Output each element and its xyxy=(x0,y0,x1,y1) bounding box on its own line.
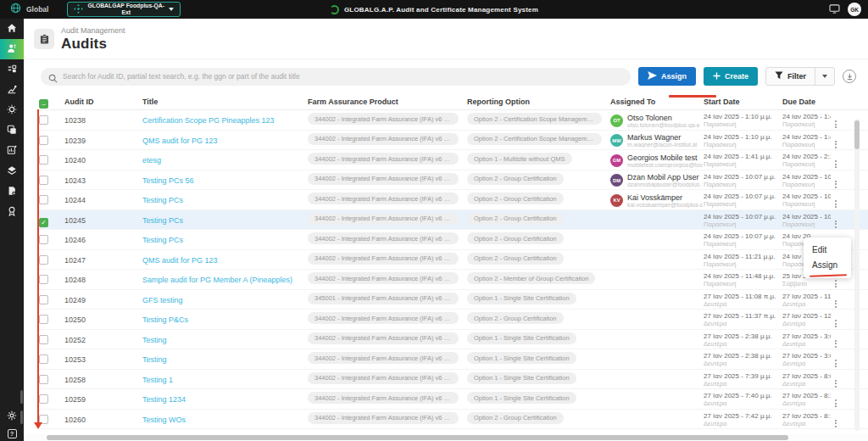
sidebar-item-documents[interactable] xyxy=(0,181,24,202)
table-row[interactable]: 10238 Certification Scope PG Pineapples … xyxy=(39,110,868,131)
table-row[interactable]: 10239 QMS audit for PG 123 344002 - Inte… xyxy=(39,131,868,151)
sidebar-item-home[interactable] xyxy=(0,19,24,39)
sidebar-item-audits[interactable] xyxy=(0,39,24,59)
audit-title-link[interactable]: Testing PCs xyxy=(142,216,308,225)
row-menu-button[interactable] xyxy=(831,198,841,210)
audit-title-link[interactable]: Certification Scope PG Pineapples 123 xyxy=(142,116,308,125)
horizontal-scrollbar[interactable] xyxy=(24,434,868,441)
row-menu-button[interactable] xyxy=(831,158,841,170)
row-checkbox[interactable] xyxy=(39,255,48,265)
context-menu-assign[interactable]: Assign xyxy=(804,257,851,272)
row-menu-button[interactable] xyxy=(831,317,841,330)
sidebar-item-settings-sync[interactable] xyxy=(0,100,24,120)
row-checkbox[interactable] xyxy=(39,375,48,384)
audit-title-link[interactable]: Testing P&Cs xyxy=(142,315,308,324)
audit-title-link[interactable]: GFS testing xyxy=(142,296,308,304)
row-checkbox[interactable] xyxy=(39,315,48,324)
column-header-due[interactable]: Due Date xyxy=(782,98,831,106)
context-menu-edit[interactable]: Edit xyxy=(804,242,851,257)
column-header-start[interactable]: Start Date xyxy=(704,98,782,106)
column-header-audit-id[interactable]: Audit ID xyxy=(64,98,142,106)
gear-icon[interactable] xyxy=(7,409,17,424)
user-avatar[interactable]: GK xyxy=(848,3,861,16)
audit-title-link[interactable]: Sample audit for PG Member A (Pineapples… xyxy=(142,276,308,284)
table-row[interactable]: 10244 Testing PCs 344002 - Integrated Fa… xyxy=(39,190,868,210)
send-icon xyxy=(648,71,657,81)
filter-dropdown-button[interactable] xyxy=(815,68,834,85)
org-selector[interactable]: GLOBALGAP Foodplus-QA-Ext xyxy=(67,2,181,17)
row-menu-button[interactable] xyxy=(831,417,841,430)
row-menu-button[interactable] xyxy=(831,377,841,390)
table-row[interactable]: 10248 Sample audit for PG Member A (Pine… xyxy=(39,270,868,290)
table-row[interactable]: 10258 Testing 1 344002 - Integrated Farm… xyxy=(39,370,868,390)
audit-title-link[interactable]: Testing 1234 xyxy=(142,395,308,404)
table-header: – Audit ID Title Farm Assurance Product … xyxy=(39,93,868,110)
row-checkbox[interactable] xyxy=(39,155,48,165)
toolbar: Assign Create Filter xyxy=(24,67,868,86)
row-checkbox[interactable] xyxy=(39,335,48,344)
export-button[interactable] xyxy=(843,70,856,83)
row-checkbox[interactable] xyxy=(39,394,48,404)
vertical-scrollbar[interactable] xyxy=(854,119,860,431)
table-row[interactable]: 10240 etesg 344002 - Integrated Farm Ass… xyxy=(39,150,868,170)
row-checkbox[interactable]: ✓ xyxy=(39,218,48,227)
table-row[interactable]: 10253 Testing 344002 - Integrated Farm A… xyxy=(39,349,868,370)
row-menu-button[interactable] xyxy=(831,138,841,151)
audit-id: 10243 xyxy=(64,176,142,185)
row-checkbox[interactable] xyxy=(39,354,48,364)
row-menu-button[interactable] xyxy=(831,178,841,191)
create-button[interactable]: Create xyxy=(704,67,758,86)
row-menu-button[interactable] xyxy=(831,277,841,290)
table-row[interactable]: 10247 QMS audit for PG 123 344002 - Inte… xyxy=(39,250,868,271)
audit-title-link[interactable]: Testing PCs xyxy=(142,196,308,204)
row-checkbox[interactable] xyxy=(39,115,48,125)
audit-title-link[interactable]: etesg xyxy=(142,156,308,165)
table-row[interactable]: 10252 Testing 344002 - Integrated Farm A… xyxy=(39,330,868,350)
sidebar-item-workflow[interactable] xyxy=(0,59,24,80)
table-row[interactable]: 10260 Testing WOs 344002 - Integrated Fa… xyxy=(39,410,868,430)
row-menu-button[interactable] xyxy=(831,397,841,410)
audit-title-link[interactable]: Testing xyxy=(142,355,308,364)
assign-button[interactable]: Assign xyxy=(638,67,696,86)
search-input[interactable] xyxy=(41,68,631,86)
sidebar-item-inspection[interactable] xyxy=(0,80,24,100)
row-checkbox[interactable] xyxy=(39,275,48,284)
audit-title-link[interactable]: Testing PCs xyxy=(142,236,308,244)
row-menu-button[interactable] xyxy=(831,118,841,131)
column-header-reporting[interactable]: Reporting Option xyxy=(467,98,610,106)
vertical-scrollbar-thumb[interactable] xyxy=(854,120,860,149)
table-row[interactable]: 10243 Testing PCs 56 344002 - Integrated… xyxy=(39,170,868,191)
audit-title-link[interactable]: Testing PCs 56 xyxy=(142,176,308,185)
row-checkbox[interactable] xyxy=(39,136,48,145)
sidebar-item-windows[interactable] xyxy=(0,120,24,141)
column-header-product[interactable]: Farm Assurance Product xyxy=(308,98,467,106)
audit-title-link[interactable]: QMS audit for PG 123 xyxy=(142,137,308,145)
row-checkbox[interactable] xyxy=(39,176,48,185)
column-header-assigned[interactable]: Assigned To xyxy=(610,98,704,106)
filter-button[interactable]: Filter xyxy=(766,68,815,85)
sidebar-item-award[interactable] xyxy=(0,202,24,222)
table-row[interactable]: 10249 GFS testing 345001 - Integrated Fa… xyxy=(39,290,868,310)
row-checkbox[interactable] xyxy=(39,235,48,244)
table-row[interactable]: ✓ 10245 Testing PCs 344002 - Integrated … xyxy=(39,210,868,231)
sidebar-item-layers[interactable] xyxy=(0,161,24,181)
table-row[interactable]: 10250 Testing P&Cs 344002 - Integrated F… xyxy=(39,310,868,330)
row-menu-button[interactable] xyxy=(831,298,841,310)
sidebar-item-reports[interactable] xyxy=(0,141,24,161)
display-icon[interactable] xyxy=(829,2,840,17)
row-menu-button[interactable] xyxy=(831,357,841,370)
audit-title-link[interactable]: QMS audit for PG 123 xyxy=(142,256,308,265)
table-row[interactable]: 10246 Testing PCs 344002 - Integrated Fa… xyxy=(39,230,868,250)
audit-title-link[interactable]: Testing WOs xyxy=(142,416,308,424)
row-menu-button[interactable] xyxy=(831,338,841,350)
row-checkbox[interactable] xyxy=(39,295,48,304)
table-row[interactable]: 10259 Testing 1234 344002 - Integrated F… xyxy=(39,389,868,410)
audit-title-link[interactable]: Testing xyxy=(142,336,308,344)
audit-title-link[interactable]: Testing 1 xyxy=(142,376,308,384)
row-menu-button[interactable] xyxy=(831,218,841,231)
select-all-checkbox[interactable]: – xyxy=(39,99,48,109)
column-header-title[interactable]: Title xyxy=(142,98,308,106)
row-checkbox[interactable] xyxy=(39,195,48,204)
help-icon[interactable]: ? xyxy=(8,429,17,438)
horizontal-scrollbar-thumb[interactable] xyxy=(47,435,788,440)
